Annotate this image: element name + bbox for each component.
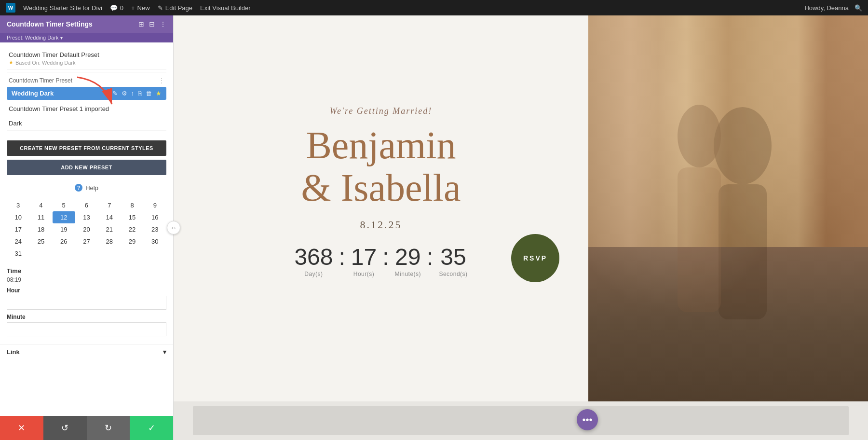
preset-label-bar[interactable]: Preset: Wedding Dark ▾ bbox=[0, 33, 173, 42]
calendar-day-empty bbox=[75, 248, 98, 260]
calendar-day[interactable]: 26 bbox=[53, 235, 75, 248]
delete-preset-icon[interactable]: 🗑 bbox=[146, 90, 152, 97]
calendar-row: 3 4 5 6 7 8 9 bbox=[7, 199, 166, 211]
settings-preset-icon[interactable]: ⚙ bbox=[122, 90, 127, 97]
wedding-names: Benjamin & Isabella bbox=[301, 124, 461, 209]
calendar-day[interactable]: 7 bbox=[98, 199, 121, 211]
calendar-day[interactable]: 3 bbox=[7, 199, 29, 211]
calendar-day[interactable]: 28 bbox=[98, 235, 121, 248]
calendar-day-empty bbox=[121, 248, 143, 260]
wedding-section: We're Getting Married! Benjamin & Isabel… bbox=[174, 15, 868, 401]
calendar-today[interactable]: 12 bbox=[53, 211, 75, 223]
calendar-day[interactable]: 19 bbox=[53, 223, 75, 235]
resize-handle[interactable]: ↔ bbox=[167, 221, 180, 234]
calendar-day[interactable]: 14 bbox=[98, 211, 121, 223]
create-preset-button[interactable]: CREATE NEW PRESET FROM CURRENT STYLES bbox=[7, 140, 166, 156]
rsvp-button[interactable]: RSVP bbox=[511, 234, 559, 282]
layout-icon[interactable]: ⊟ bbox=[149, 20, 155, 28]
svg-point-1 bbox=[714, 107, 772, 184]
calendar-day[interactable]: 5 bbox=[53, 199, 75, 211]
more-icon[interactable]: ⋮ bbox=[160, 20, 166, 28]
calendar-day[interactable]: 9 bbox=[144, 199, 166, 211]
calendar-day[interactable]: 23 bbox=[144, 223, 166, 235]
calendar-day-empty bbox=[98, 248, 121, 260]
calendar-section: 3 4 5 6 7 8 9 10 11 12 13 bbox=[0, 195, 173, 263]
dark-preset-row: Dark bbox=[7, 116, 166, 131]
calendar-day[interactable]: 30 bbox=[144, 235, 166, 248]
plus-icon: + bbox=[131, 4, 135, 12]
minute-input[interactable] bbox=[7, 322, 166, 336]
comments-link[interactable]: 💬 0 bbox=[110, 4, 123, 12]
edit-preset-icon[interactable]: ✎ bbox=[112, 90, 118, 97]
calendar-day-empty bbox=[29, 248, 52, 260]
imported-preset-row: Countdown Timer Preset 1 imported bbox=[7, 102, 166, 116]
calendar-row: 31 bbox=[7, 248, 166, 260]
wedding-text-side: We're Getting Married! Benjamin & Isabel… bbox=[174, 15, 588, 401]
wp-logo[interactable]: W bbox=[6, 3, 15, 13]
presets-section: Countdown Timer Default Preset ★ Based O… bbox=[0, 42, 173, 136]
calendar-day[interactable]: 15 bbox=[121, 211, 143, 223]
export-preset-icon[interactable]: ↑ bbox=[131, 90, 135, 97]
couple-ampersand: & Isabella bbox=[301, 166, 461, 209]
cancel-button[interactable]: ✕ bbox=[0, 416, 43, 440]
link-header[interactable]: Link ▾ bbox=[7, 348, 166, 356]
wedding-date: 8.12.25 bbox=[360, 219, 402, 231]
action-buttons: CREATE NEW PRESET FROM CURRENT STYLES AD… bbox=[0, 136, 173, 180]
sidebar-panel: Countdown Timer Settings ⊞ ⊟ ⋮ Preset: W… bbox=[0, 15, 174, 440]
desktop-icon[interactable]: ⊞ bbox=[138, 20, 144, 28]
calendar-day[interactable]: 18 bbox=[29, 223, 52, 235]
calendar-day[interactable]: 8 bbox=[121, 199, 143, 211]
site-name[interactable]: Wedding Starter Site for Divi bbox=[23, 4, 102, 12]
calendar-day[interactable]: 4 bbox=[29, 199, 52, 211]
link-section: Link ▾ bbox=[0, 344, 173, 359]
calendar-day[interactable]: 6 bbox=[75, 199, 98, 211]
calendar-day[interactable]: 29 bbox=[121, 235, 143, 248]
panel-header: Countdown Timer Settings ⊞ ⊟ ⋮ bbox=[0, 15, 173, 33]
undo-button[interactable]: ↺ bbox=[43, 416, 87, 440]
help-row: ? Help bbox=[0, 180, 173, 195]
save-button[interactable]: ✓ bbox=[130, 416, 173, 440]
groom-name: Benjamin bbox=[306, 124, 456, 166]
more-options-fab[interactable]: ••• bbox=[577, 409, 598, 430]
edit-page-link[interactable]: ✎ Edit Page bbox=[158, 4, 192, 12]
calendar-row: 17 18 19 20 21 22 23 bbox=[7, 223, 166, 235]
calendar-day[interactable]: 24 bbox=[7, 235, 29, 248]
calendar-day[interactable]: 17 bbox=[7, 223, 29, 235]
calendar-day[interactable]: 21 bbox=[98, 223, 121, 235]
save-icon: ✓ bbox=[148, 423, 155, 433]
admin-bar: W Wedding Starter Site for Divi 💬 0 + Ne… bbox=[0, 0, 868, 15]
search-icon: 🔍 bbox=[854, 4, 862, 12]
hour-input[interactable] bbox=[7, 296, 166, 310]
add-preset-button[interactable]: ADD NEW PRESET bbox=[7, 160, 166, 175]
exit-builder-link[interactable]: Exit Visual Builder bbox=[200, 4, 251, 12]
time-label: Time bbox=[7, 267, 166, 275]
star-icon: ★ bbox=[9, 59, 14, 66]
calendar-day[interactable]: 20 bbox=[75, 223, 98, 235]
hour-label: Hour bbox=[7, 287, 166, 294]
calendar-day[interactable]: 13 bbox=[75, 211, 98, 223]
calendar-day[interactable]: 11 bbox=[29, 211, 52, 223]
preset-chevron-icon: ▾ bbox=[60, 35, 63, 41]
calendar-day[interactable]: 27 bbox=[75, 235, 98, 248]
bottom-content-block bbox=[193, 406, 849, 435]
calendar-day[interactable]: 25 bbox=[29, 235, 52, 248]
time-value: 08:19 bbox=[7, 276, 166, 283]
duplicate-preset-icon[interactable]: ⎘ bbox=[138, 90, 142, 97]
minute-label: Minute bbox=[7, 314, 166, 320]
calendar-day[interactable]: 16 bbox=[144, 211, 166, 223]
calendar-day[interactable]: 22 bbox=[121, 223, 143, 235]
calendar-day[interactable]: 31 bbox=[7, 248, 29, 260]
undo-icon: ↺ bbox=[61, 423, 68, 433]
favorite-preset-icon[interactable]: ★ bbox=[156, 90, 162, 97]
svg-rect-4 bbox=[678, 167, 721, 312]
new-link[interactable]: + New bbox=[131, 4, 150, 12]
calendar-day[interactable]: 10 bbox=[7, 211, 29, 223]
redo-button[interactable]: ↻ bbox=[87, 416, 130, 440]
default-preset-item: Countdown Timer Default Preset ★ Based O… bbox=[7, 47, 166, 70]
preset-header-dots[interactable]: ⋮ bbox=[159, 77, 164, 84]
help-icon[interactable]: ? bbox=[75, 184, 82, 192]
default-preset-sub: ★ Based On: Wedding Dark bbox=[9, 59, 164, 66]
time-section: Time 08:19 Hour Minute bbox=[0, 263, 173, 344]
search-button[interactable]: 🔍 bbox=[854, 4, 862, 12]
panel-header-icons: ⊞ ⊟ ⋮ bbox=[138, 20, 166, 28]
